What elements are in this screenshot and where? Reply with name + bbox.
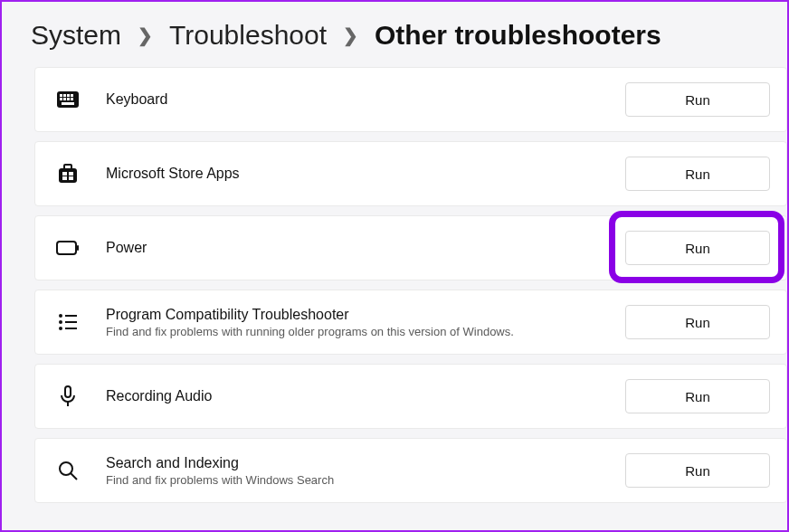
page-title: Other troubleshooters bbox=[375, 20, 661, 51]
troubleshooter-row: Microsoft Store AppsRun bbox=[34, 141, 787, 206]
svg-rect-2 bbox=[63, 94, 66, 97]
troubleshooter-row: PowerRun bbox=[34, 215, 787, 280]
troubleshooter-list: KeyboardRunMicrosoft Store AppsRunPowerR… bbox=[2, 67, 787, 503]
row-texts: Search and IndexingFind and fix problems… bbox=[106, 455, 600, 487]
row-title: Microsoft Store Apps bbox=[106, 166, 600, 182]
row-title: Keyboard bbox=[106, 91, 600, 108]
troubleshooter-row: KeyboardRun bbox=[34, 67, 787, 132]
keyboard-icon bbox=[55, 87, 81, 112]
mic-icon bbox=[55, 384, 81, 409]
power-icon bbox=[55, 235, 81, 261]
svg-point-22 bbox=[59, 327, 62, 330]
svg-rect-16 bbox=[57, 242, 76, 254]
row-texts: Power bbox=[106, 240, 600, 256]
svg-line-27 bbox=[71, 473, 77, 480]
run-button[interactable]: Run bbox=[625, 453, 770, 488]
svg-rect-24 bbox=[65, 386, 71, 397]
breadcrumb: System ❯ Troubleshoot ❯ Other troublesho… bbox=[2, 2, 787, 67]
svg-rect-21 bbox=[65, 321, 77, 323]
troubleshooter-row: Search and IndexingFind and fix problems… bbox=[34, 438, 787, 503]
svg-rect-12 bbox=[62, 172, 67, 176]
svg-rect-17 bbox=[77, 245, 79, 251]
row-subtitle: Find and fix problems with running older… bbox=[106, 325, 600, 338]
run-button[interactable]: Run bbox=[625, 305, 770, 339]
svg-rect-13 bbox=[69, 172, 73, 176]
svg-point-20 bbox=[59, 320, 62, 324]
row-texts: Program Compatibility TroubleshooterFind… bbox=[106, 307, 600, 338]
svg-rect-23 bbox=[65, 328, 77, 329]
row-title: Power bbox=[106, 240, 600, 256]
run-button[interactable]: Run bbox=[625, 379, 770, 413]
svg-rect-4 bbox=[71, 94, 73, 97]
svg-rect-14 bbox=[62, 176, 67, 180]
row-title: Program Compatibility Troubleshooter bbox=[106, 307, 600, 323]
row-title: Search and Indexing bbox=[106, 455, 600, 471]
breadcrumb-troubleshoot[interactable]: Troubleshoot bbox=[169, 20, 327, 51]
svg-rect-8 bbox=[71, 98, 73, 100]
troubleshooter-row: Recording AudioRun bbox=[34, 364, 787, 429]
search-icon bbox=[55, 458, 81, 483]
svg-rect-1 bbox=[60, 94, 62, 97]
row-title: Recording Audio bbox=[106, 388, 600, 404]
run-button[interactable]: Run bbox=[625, 231, 770, 265]
row-texts: Keyboard bbox=[106, 91, 600, 108]
chevron-right-icon: ❯ bbox=[343, 24, 358, 46]
list-icon bbox=[55, 309, 81, 335]
svg-point-18 bbox=[59, 314, 62, 318]
breadcrumb-system[interactable]: System bbox=[31, 20, 121, 51]
svg-rect-5 bbox=[60, 98, 62, 100]
chevron-right-icon: ❯ bbox=[138, 24, 153, 46]
svg-rect-9 bbox=[62, 102, 74, 105]
svg-rect-19 bbox=[65, 315, 77, 317]
svg-rect-11 bbox=[64, 165, 71, 169]
svg-rect-10 bbox=[59, 168, 77, 183]
svg-rect-6 bbox=[63, 98, 66, 100]
row-subtitle: Find and fix problems with Windows Searc… bbox=[106, 473, 600, 487]
row-texts: Recording Audio bbox=[106, 388, 600, 404]
svg-rect-3 bbox=[67, 94, 70, 97]
run-button[interactable]: Run bbox=[625, 82, 770, 117]
troubleshooter-row: Program Compatibility TroubleshooterFind… bbox=[34, 290, 787, 355]
svg-rect-7 bbox=[67, 98, 70, 100]
svg-point-26 bbox=[60, 462, 72, 475]
run-button[interactable]: Run bbox=[625, 157, 770, 191]
svg-rect-15 bbox=[69, 176, 73, 180]
store-icon bbox=[55, 161, 81, 186]
row-texts: Microsoft Store Apps bbox=[106, 166, 600, 182]
